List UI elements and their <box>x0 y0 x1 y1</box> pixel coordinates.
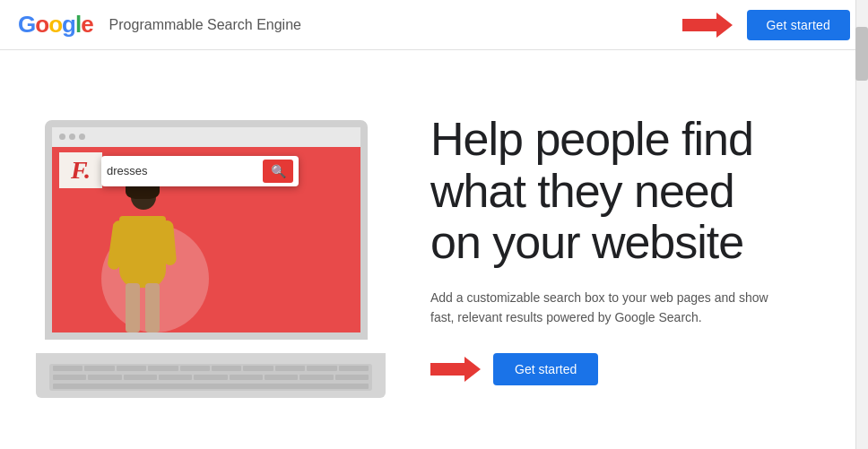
key <box>117 366 146 371</box>
headline-line2: what they need <box>430 165 734 217</box>
key <box>230 375 263 380</box>
person-body <box>119 216 166 288</box>
keyboard-row-3 <box>49 382 372 391</box>
key <box>339 366 369 371</box>
logo-letter-o2: o <box>48 11 62 39</box>
hero-headline: Help people find what they need on your … <box>430 114 832 268</box>
logo-letter-o1: o <box>35 11 48 39</box>
key <box>212 366 241 371</box>
person-figure <box>106 185 187 332</box>
person-head <box>131 185 156 210</box>
laptop-base <box>36 353 386 398</box>
key <box>124 375 157 380</box>
key <box>265 375 298 380</box>
keyboard-row-2 <box>49 373 372 382</box>
cta-arrow-head <box>464 357 481 382</box>
key <box>194 375 227 380</box>
key <box>307 366 336 371</box>
key <box>84 366 114 371</box>
laptop-illustration: F. dresses 🔍 <box>0 50 412 449</box>
headline-line3: on your website <box>430 216 743 268</box>
laptop-keyboard <box>49 364 372 391</box>
keyboard-row-1 <box>49 364 372 373</box>
key <box>299 375 333 380</box>
person-leg-left <box>126 283 140 332</box>
fashion-logo: F. <box>59 152 102 188</box>
key <box>275 366 305 371</box>
key <box>335 375 369 380</box>
search-input-fake: dresses <box>107 164 263 177</box>
cta-row: Get started <box>430 353 832 385</box>
text-section: Help people find what they need on your … <box>412 87 868 411</box>
key <box>53 366 82 371</box>
search-overlay: dresses 🔍 <box>101 156 299 186</box>
header: Google Programmable Search Engine Get st… <box>0 0 868 50</box>
browser-bar <box>52 127 360 147</box>
main-content: F. dresses 🔍 <box>0 50 868 449</box>
cta-arrow-body <box>430 363 464 376</box>
laptop-screen: F. dresses 🔍 <box>45 120 368 340</box>
browser-dot-2 <box>69 134 75 140</box>
header-right: Get started <box>682 10 850 40</box>
space-key <box>53 384 369 389</box>
person-leg-right <box>145 283 160 332</box>
cta-arrow <box>430 357 481 382</box>
browser-dot-1 <box>59 134 65 140</box>
laptop-content-bg: F. dresses 🔍 <box>52 147 360 332</box>
logo-letter-g: G <box>18 11 35 39</box>
key <box>88 375 121 380</box>
header-arrow <box>682 13 733 38</box>
hero-subtext: Add a customizable search box to your we… <box>430 288 771 328</box>
key <box>53 375 86 380</box>
arrow-body <box>682 19 716 31</box>
key <box>148 366 178 371</box>
search-icon: 🔍 <box>271 164 286 178</box>
key <box>180 366 210 371</box>
arrow-shape <box>682 13 733 38</box>
main-get-started-button[interactable]: Get started <box>493 353 598 385</box>
headline-line1: Help people find <box>430 113 753 165</box>
arrow-head <box>716 13 733 38</box>
google-logo: Google <box>18 11 93 39</box>
header-get-started-button[interactable]: Get started <box>747 10 850 40</box>
cta-arrow-shape <box>430 357 481 382</box>
key <box>243 366 273 371</box>
laptop-screen-inner: F. dresses 🔍 <box>52 127 360 332</box>
logo-letter-e: e <box>81 11 92 39</box>
search-icon-button[interactable]: 🔍 <box>263 160 293 183</box>
header-title: Programmable Search Engine <box>109 17 682 33</box>
key <box>159 375 192 380</box>
browser-dot-3 <box>79 134 85 140</box>
logo-letter-g2: g <box>62 11 75 39</box>
laptop-outer: F. dresses 🔍 <box>36 120 386 398</box>
